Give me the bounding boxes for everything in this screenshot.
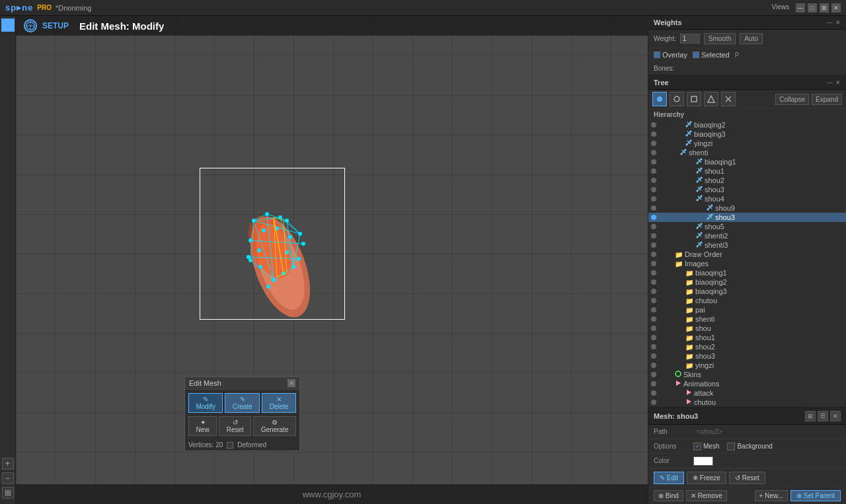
background-checkbox[interactable]: ✓ [727,443,735,450]
svg-line-11 [254,221,274,280]
weights-options: Overlay Selected P [648,48,846,61]
remove-button[interactable]: ✕ Remove [686,490,727,501]
mesh-info-panel: Mesh: shou3 ⊞ ☰ ✕ Path <shou3> Options ✓… [648,407,846,504]
tree-minimize-button[interactable]: — [827,79,833,86]
tree-item[interactable]: biaoqing1 [648,157,846,166]
mesh-reset-button[interactable]: ↺ Reset [729,472,765,484]
edit-mesh-titlebar: Edit Mesh ✕ [185,377,299,390]
auto-button[interactable]: Auto [740,33,763,44]
tree-content[interactable]: Hierarchy biaoqing2 biaoqing3 yingzi she… [648,109,846,407]
color-swatch[interactable] [693,456,713,466]
svg-point-26 [291,265,295,269]
tree-item[interactable]: 📁biaoqing1 [648,268,846,277]
edit-button[interactable]: ✎ Edit [654,472,684,484]
tree-item[interactable]: shou3 [648,185,846,194]
svg-point-61 [707,209,709,211]
mesh-info-icon-2[interactable]: ☰ [818,411,828,421]
new-mesh-button[interactable]: + New... [755,490,788,501]
tree-item[interactable]: shenti2 [648,231,846,240]
tree-item[interactable]: 📁biaoqing3 [648,287,846,296]
image-icon: 📁 [685,334,693,342]
tree-item-dot [651,205,656,211]
tree-item[interactable]: shou2 [648,176,846,185]
canvas-area[interactable]: shou3 Edit Mesh ✕ ✎ Modify ✎ Create ✕ De… [16,36,648,484]
tree-item[interactable]: 📁Draw Order [648,250,846,259]
minimize-button[interactable]: — [796,3,805,13]
tree-item-dot [651,298,656,303]
tree-item[interactable]: 📁shenti [648,314,846,324]
tree-item[interactable]: shou4 [648,194,846,203]
tree-item[interactable]: 📁pai [648,305,846,314]
tree-item[interactable]: biaoqing2 [648,120,846,129]
tree-item[interactable]: biaoqing3 [648,129,846,139]
svg-point-51 [697,162,699,164]
bind-button[interactable]: ⊕ Bind [654,490,683,501]
tree-tool-4[interactable] [704,92,718,106]
tree-item-dot [651,141,656,146]
tree-item[interactable]: shenti [648,148,846,157]
deformed-checkbox[interactable] [227,442,233,449]
edit-mesh-close-button[interactable]: ✕ [288,379,295,387]
tree-tool-1[interactable] [652,92,667,106]
tree-item[interactable]: shenti3 [648,240,846,250]
set-parent-button[interactable]: ⊕ Set Parent [790,490,841,501]
mesh-info-icon-1[interactable]: ⊞ [805,411,816,421]
weight-input[interactable] [680,34,700,44]
tree-item[interactable]: yingzi [648,139,846,148]
tree-item[interactable]: 📁biaoqing2 [648,277,846,287]
zoom-in-button[interactable]: + [2,458,14,470]
zoom-fit-button[interactable]: ⊞ [2,487,14,499]
new-button[interactable]: ✦ New [188,416,217,436]
close-button[interactable]: ✕ [831,3,841,13]
tree-item-label: Images [685,260,709,268]
tree-item-label: Draw Order [685,250,722,258]
tree-item[interactable]: shou5 [648,222,846,231]
tree-item[interactable]: 📁yingzi [648,361,846,370]
maximize-button[interactable]: □ [808,3,817,13]
selected-checkbox[interactable] [693,52,699,58]
tree-item[interactable]: chutou [648,398,846,407]
modify-button[interactable]: ✎ Modify [188,393,223,413]
mesh-info-close[interactable]: ✕ [830,411,841,421]
svg-point-40 [674,96,679,102]
delete-button[interactable]: ✕ Delete [262,393,296,413]
freeze-button[interactable]: ❄ Freeze [687,472,726,484]
svg-point-34 [258,265,262,269]
tree-item-label: shou1 [695,334,715,342]
smooth-button[interactable]: Smooth [704,33,736,44]
generate-button[interactable]: ⚙ Generate [253,416,296,436]
setup-icon[interactable] [1,18,15,32]
tree-item-label: shou2 [705,176,724,184]
file-name: *Dnonming [56,4,91,12]
tree-item[interactable]: 📁shou2 [648,342,846,351]
tree-tool-2[interactable] [670,92,684,106]
tree-indent [659,250,675,258]
tree-item[interactable]: 📁shou1 [648,333,846,342]
tree-close-button[interactable]: ✕ [835,79,841,86]
tree-tool-3[interactable] [687,92,701,106]
views-label: Views [772,3,790,13]
create-button[interactable]: ✎ Create [225,393,260,413]
tree-item[interactable]: 📁Images [648,259,846,268]
fullscreen-button[interactable]: ⊞ [820,3,829,13]
overlay-checkbox[interactable] [654,52,660,58]
weights-close-button[interactable]: ✕ [835,19,841,26]
collapse-button[interactable]: Collapse [775,94,809,105]
reset-button[interactable]: ↺ Reset [219,416,251,436]
tree-item[interactable]: shou3 [648,213,846,222]
tree-item[interactable]: shou9 [648,203,846,213]
tree-item[interactable]: 📁shou3 [648,351,846,361]
tree-item[interactable]: 📁chutou [648,296,846,305]
right-panels: Weights — ✕ Weight: Smooth Auto Overlay [648,16,846,504]
tree-item[interactable]: attack [648,388,846,398]
mesh-checkbox[interactable]: ✓ [693,443,701,450]
expand-button[interactable]: Expand [812,94,842,105]
title-bar: sp▸ne PRO *Dnonming Views — □ ⊞ ✕ [0,0,846,16]
tree-item[interactable]: shou1 [648,166,846,176]
tree-item[interactable]: 📁shou [648,324,846,333]
zoom-out-button[interactable]: − [2,472,14,484]
tree-item[interactable]: Animations [648,379,846,388]
tree-tool-5[interactable] [721,92,736,106]
tree-item[interactable]: Skins [648,370,846,379]
weights-minimize-button[interactable]: — [827,19,833,26]
